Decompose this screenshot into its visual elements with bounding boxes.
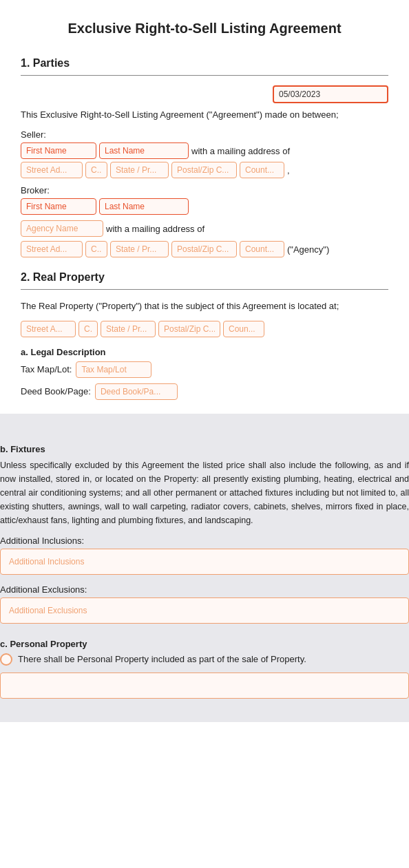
agency-address-text: with a mailing address of	[106, 224, 204, 234]
broker-state[interactable]	[110, 241, 169, 257]
additional-exclusions-field[interactable]	[0, 597, 409, 624]
prop-country[interactable]	[223, 321, 264, 337]
seller-postal[interactable]	[171, 162, 237, 178]
real-property-intro: The Real Property ("Property") that is t…	[21, 299, 388, 314]
prop-street[interactable]	[21, 321, 76, 337]
parties-header: 1. Parties	[21, 57, 388, 70]
prop-city[interactable]	[78, 321, 98, 337]
parties-intro: This Exclusive Right-to-Sell Listing Agr…	[21, 107, 388, 123]
real-property-header: 2. Real Property	[21, 271, 388, 284]
personal-property-header: c. Personal Property	[0, 639, 409, 649]
seller-state[interactable]	[110, 162, 169, 178]
broker-city[interactable]	[85, 241, 107, 257]
seller-last-name[interactable]	[99, 142, 189, 159]
section-real-property: 2. Real Property The Real Property ("Pro…	[21, 271, 388, 400]
broker-country[interactable]	[240, 241, 284, 257]
additional-inclusions-label: Additional Inclusions:	[0, 536, 409, 546]
broker-label: Broker:	[21, 185, 388, 195]
seller-city[interactable]	[85, 162, 107, 178]
seller-address-comma: ,	[287, 165, 290, 176]
fixtures-header: b. Fixtures	[0, 444, 409, 454]
personal-property-field[interactable]	[0, 673, 409, 699]
prop-state[interactable]	[101, 321, 156, 337]
broker-postal[interactable]	[171, 241, 237, 257]
prop-postal[interactable]	[158, 321, 220, 337]
section-parties: 1. Parties This Exclusive Right-to-Sell …	[21, 57, 388, 257]
additional-inclusions-field[interactable]	[0, 549, 409, 575]
broker-last-name[interactable]	[99, 198, 189, 215]
tax-map-lot-label: Tax Map/Lot:	[21, 364, 72, 374]
broker-street[interactable]	[21, 241, 83, 257]
seller-street[interactable]	[21, 162, 83, 178]
agency-suffix: ("Agency")	[287, 244, 329, 255]
date-field[interactable]	[273, 85, 388, 103]
fixtures-body: Unless specifically excluded by this Agr…	[0, 458, 409, 527]
seller-first-name[interactable]	[21, 142, 96, 159]
legal-description-header: a. Legal Description	[21, 347, 388, 357]
fixtures-section-bg: b. Fixtures Unless specifically excluded…	[0, 414, 409, 722]
seller-country[interactable]	[240, 162, 284, 178]
seller-address-text: with a mailing address of	[191, 146, 290, 156]
deed-book-label: Deed Book/Page:	[21, 386, 91, 396]
tax-map-lot-field[interactable]	[76, 361, 151, 378]
personal-property-radio[interactable]	[0, 653, 12, 666]
broker-first-name[interactable]	[21, 198, 96, 215]
page-title: Exclusive Right-to-Sell Listing Agreemen…	[21, 21, 388, 36]
deed-book-field[interactable]	[95, 383, 178, 400]
personal-property-text: There shall be Personal Property include…	[18, 654, 306, 664]
seller-label: Seller:	[21, 129, 388, 140]
additional-exclusions-label: Additional Exclusions:	[0, 584, 409, 595]
agency-name[interactable]	[21, 220, 103, 237]
